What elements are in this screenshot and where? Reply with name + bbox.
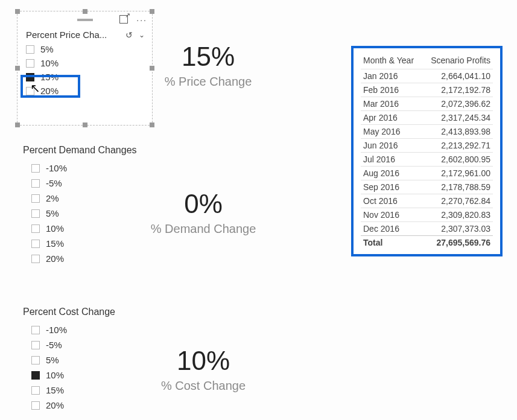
slicer-item[interactable]: 15% <box>31 236 144 251</box>
resize-handle[interactable] <box>83 122 87 127</box>
checkbox-icon[interactable] <box>26 45 34 54</box>
checkbox-icon[interactable] <box>26 59 34 68</box>
checkbox-icon[interactable] <box>31 356 40 364</box>
checkbox-icon[interactable] <box>31 209 40 218</box>
table-row: Nov 20162,309,820.83 <box>361 208 493 221</box>
drag-handle-icon[interactable] <box>77 19 93 21</box>
cell-profit: 2,072,396.62 <box>441 99 490 109</box>
slicer-header: Percent Price Cha... ↺ ⌄ <box>17 28 152 42</box>
slicer-item-label: 15% <box>46 238 64 249</box>
slicer-item-label: 5% <box>46 355 59 365</box>
slicer-item[interactable]: 10% <box>31 221 144 236</box>
slicer-item[interactable]: 5% <box>31 352 144 368</box>
checkbox-icon[interactable] <box>31 326 40 334</box>
col-month: Month & Year <box>363 56 414 65</box>
card-value: 0% <box>140 191 267 217</box>
checkbox-icon[interactable] <box>26 73 34 81</box>
slicer-item[interactable]: 20% <box>26 84 146 98</box>
cell-month: Apr 2016 <box>363 113 398 122</box>
focus-mode-icon[interactable] <box>119 15 129 25</box>
table-row: Jul 20162,602,800.95 <box>361 152 493 166</box>
table-row: Feb 20162,172,192.78 <box>361 83 493 97</box>
table-row: Apr 20162,317,245.34 <box>361 110 493 124</box>
slicer-item-label: -10% <box>46 163 67 173</box>
cell-profit: 2,413,893.98 <box>441 127 490 136</box>
slicer-title: Percent Demand Changes <box>23 145 150 156</box>
cell-profit: 2,309,820.83 <box>441 210 490 220</box>
cell-month: Oct 2016 <box>363 196 398 206</box>
slicer-item[interactable]: 20% <box>31 398 144 413</box>
resize-handle[interactable] <box>15 122 20 127</box>
slicer-demand-change[interactable]: Percent Demand Changes -10%-5%2%5%10%15%… <box>23 145 150 269</box>
clear-selection-icon[interactable]: ↺ <box>125 30 133 40</box>
cell-profit: 2,178,788.59 <box>441 182 490 192</box>
checkbox-icon[interactable] <box>26 87 34 95</box>
cell-month: Jan 2016 <box>363 71 398 81</box>
table-total-row: Total 27,695,569.76 <box>361 235 493 249</box>
slicer-item-label: 20% <box>46 253 64 264</box>
slicer-item-label: 20% <box>46 400 64 410</box>
slicer-item-label: -5% <box>46 178 62 188</box>
total-value: 27,695,569.76 <box>436 238 490 247</box>
resize-handle[interactable] <box>15 66 20 71</box>
card-demand-change: 0% % Demand Change <box>140 191 267 236</box>
slicer-item[interactable]: 10% <box>31 368 144 383</box>
checkbox-icon[interactable] <box>31 386 40 395</box>
cell-profit: 2,172,961.00 <box>441 168 490 178</box>
checkbox-icon[interactable] <box>31 179 40 188</box>
slicer-item[interactable]: 5% <box>31 206 144 221</box>
cell-profit: 2,664,041.10 <box>441 71 490 81</box>
cell-profit: 2,213,292.71 <box>441 141 490 150</box>
slicer-item[interactable]: -5% <box>31 337 144 352</box>
checkbox-icon[interactable] <box>31 341 40 349</box>
slicer-item[interactable]: 10% <box>26 56 146 70</box>
checkbox-icon[interactable] <box>31 240 40 248</box>
slicer-item-label: -10% <box>46 325 67 335</box>
checkbox-icon[interactable] <box>31 194 40 203</box>
cell-month: Sep 2016 <box>363 182 399 192</box>
cell-month: Aug 2016 <box>363 168 399 178</box>
slicer-item[interactable]: 15% <box>31 383 144 398</box>
checkbox-icon[interactable] <box>31 371 40 380</box>
slicer-item-label: 2% <box>46 193 59 203</box>
slicer-item-label: 10% <box>46 370 64 380</box>
slicer-items: 5%10%15%20% <box>17 42 152 100</box>
slicer-item[interactable]: -5% <box>31 176 144 191</box>
card-label: % Price Change <box>145 75 271 89</box>
slicer-item-label: 15% <box>40 72 59 82</box>
card-label: % Cost Change <box>140 379 267 393</box>
table-row: Dec 20162,307,373.03 <box>361 221 493 235</box>
cell-month: Dec 2016 <box>363 224 399 234</box>
slicer-item-label: 10% <box>40 58 59 68</box>
slicer-item[interactable]: 20% <box>31 251 144 266</box>
slicer-price-change[interactable]: ··· Percent Price Cha... ↺ ⌄ 5%10%15%20% <box>17 11 153 126</box>
slicer-item[interactable]: 15% <box>26 70 146 84</box>
cell-month: Jun 2016 <box>363 141 398 150</box>
slicer-items: -10%-5%5%10%15%20% <box>23 322 150 415</box>
slicer-item[interactable]: -10% <box>31 322 144 337</box>
table-row: Oct 20162,270,762.84 <box>361 194 493 208</box>
slicer-item-label: 5% <box>46 208 59 218</box>
slicer-items: -10%-5%2%5%10%15%20% <box>23 161 150 269</box>
slicer-cost-change[interactable]: Percent Cost Change -10%-5%5%10%15%20% <box>23 307 150 415</box>
slicer-item[interactable]: -10% <box>31 161 144 176</box>
checkbox-icon[interactable] <box>31 255 40 263</box>
slicer-item[interactable]: 2% <box>31 191 144 206</box>
cell-month: Mar 2016 <box>363 99 399 109</box>
slicer-item-label: 20% <box>40 86 59 96</box>
slicer-title: Percent Cost Change <box>23 307 150 317</box>
chevron-down-icon[interactable]: ⌄ <box>139 31 145 39</box>
more-options-icon[interactable]: ··· <box>136 15 147 25</box>
card-cost-change: 10% % Cost Change <box>140 348 267 393</box>
slicer-item[interactable]: 5% <box>26 42 146 56</box>
card-value: 15% <box>145 43 271 70</box>
scenario-profits-table: Month & Year Scenario Profits Jan 20162,… <box>351 46 503 256</box>
resize-handle[interactable] <box>150 122 154 127</box>
cell-profit: 2,317,245.34 <box>441 113 490 122</box>
slicer-item-label: 5% <box>40 44 54 54</box>
checkbox-icon[interactable] <box>31 164 40 173</box>
table-row: Aug 20162,172,961.00 <box>361 166 493 180</box>
checkbox-icon[interactable] <box>31 401 40 410</box>
card-label: % Demand Change <box>140 222 267 236</box>
checkbox-icon[interactable] <box>31 224 40 233</box>
